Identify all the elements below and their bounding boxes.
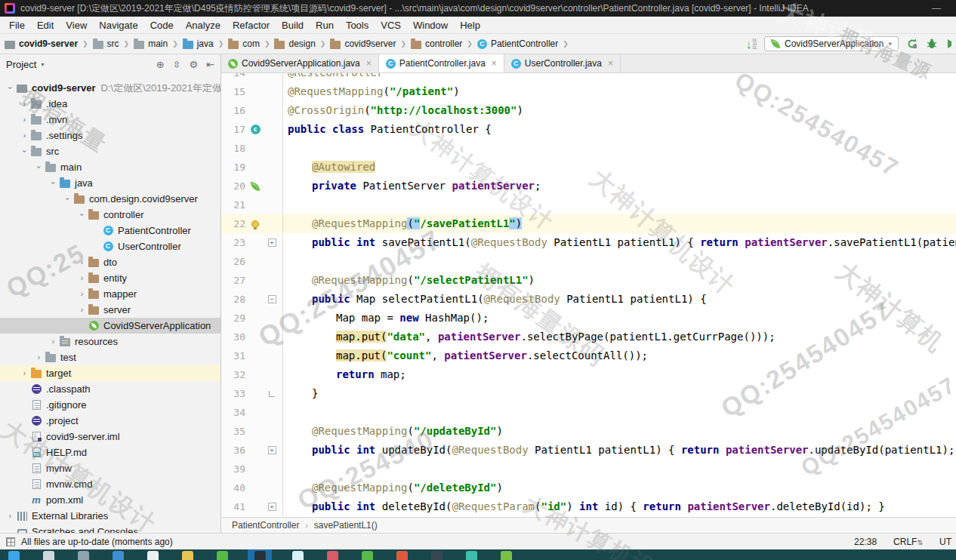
music-icon[interactable] bbox=[323, 549, 341, 560]
chevron-expanded-icon[interactable]: › bbox=[6, 82, 14, 94]
menu-tools[interactable]: Tools bbox=[340, 17, 375, 34]
menu-run[interactable]: Run bbox=[310, 17, 340, 34]
chevron-expanded-icon[interactable]: › bbox=[78, 209, 86, 220]
breadcrumb-item-java[interactable]: java bbox=[183, 38, 214, 49]
code-line[interactable]: 40@RequestMapping("/deleteById") bbox=[221, 478, 956, 497]
tree-item--settings[interactable]: ›.settings bbox=[0, 128, 220, 143]
code-line[interactable]: 21 bbox=[221, 195, 956, 214]
menu-file[interactable]: File bbox=[3, 17, 31, 34]
encoding-selector[interactable]: UT bbox=[939, 537, 951, 547]
line-number[interactable]: 29 bbox=[221, 309, 245, 328]
breadcrumb-item-com[interactable]: com bbox=[228, 38, 260, 49]
breadcrumb-item-main[interactable]: main bbox=[134, 38, 168, 49]
code-line[interactable]: 27@RequestMapping("/selectPatientL1") bbox=[221, 271, 956, 290]
breadcrumb-item-design[interactable]: design bbox=[274, 38, 315, 49]
chevron-collapsed-icon[interactable]: › bbox=[19, 369, 30, 377]
folder-icon[interactable] bbox=[178, 549, 196, 560]
chevron-expanded-icon[interactable]: › bbox=[49, 177, 57, 189]
intellij-icon[interactable] bbox=[248, 549, 272, 560]
chevron-expanded-icon[interactable]: › bbox=[20, 146, 29, 157]
code-line[interactable]: 22@RequestMapping("/savePatientL1") bbox=[221, 214, 956, 233]
code-line[interactable]: 19@Autowired bbox=[221, 158, 956, 177]
tab-patientcontroller-java[interactable]: CPatientController.java× bbox=[379, 54, 504, 72]
menu-view[interactable]: View bbox=[60, 17, 93, 34]
teal-app-icon[interactable] bbox=[462, 549, 480, 560]
project-panel-title[interactable]: Project bbox=[6, 59, 36, 70]
toolwindow-grid-icon[interactable] bbox=[6, 537, 15, 546]
spring-bean-gutter-icon[interactable] bbox=[251, 182, 260, 191]
line-number[interactable]: 17 bbox=[221, 120, 245, 139]
code-line[interactable]: 29Map map = new HashMap(); bbox=[221, 309, 956, 328]
code-line[interactable]: 18 bbox=[221, 139, 956, 158]
breadcrumb-item-covid9server[interactable]: covid9server bbox=[330, 38, 396, 49]
start-menu-icon[interactable] bbox=[5, 549, 23, 560]
line-number[interactable]: 22 bbox=[221, 214, 245, 233]
code-line[interactable]: 39 bbox=[221, 460, 956, 478]
line-number[interactable]: 30 bbox=[221, 328, 245, 346]
percent-app-icon[interactable] bbox=[497, 549, 515, 560]
tree-item-test[interactable]: ›test bbox=[0, 349, 220, 365]
wechat-icon[interactable] bbox=[213, 549, 231, 560]
menu-window[interactable]: Window bbox=[407, 17, 454, 34]
code-area[interactable]: 14@RestController15@RequestMapping("/pat… bbox=[221, 73, 956, 517]
tab-close-icon[interactable]: × bbox=[608, 58, 613, 69]
code-line[interactable]: 33} bbox=[221, 384, 956, 403]
line-number[interactable]: 40 bbox=[221, 478, 245, 497]
breadcrumb-item-PatientController[interactable]: CPatientController bbox=[477, 38, 558, 49]
tab-covid9serverapplication-java[interactable]: Covid9ServerApplication.java× bbox=[221, 54, 379, 72]
code-line[interactable]: 17cpublic class PatientController { bbox=[221, 120, 956, 139]
debug-button[interactable] bbox=[926, 38, 938, 50]
code-line[interactable]: 30map.put("data", patientServer.selectBy… bbox=[221, 328, 956, 346]
code-line[interactable]: 16@CrossOrigin("http://localhost:3000") bbox=[221, 101, 956, 120]
chevron-collapsed-icon[interactable]: › bbox=[76, 274, 88, 282]
chevron-collapsed-icon[interactable]: › bbox=[33, 353, 45, 362]
line-number[interactable]: 32 bbox=[221, 365, 245, 384]
breadcrumb-item-controller[interactable]: controller bbox=[411, 38, 462, 49]
tree-item-main[interactable]: ›main bbox=[0, 159, 220, 175]
green-app-icon[interactable] bbox=[358, 549, 376, 560]
tree-item-external-libraries[interactable]: ›External Libraries bbox=[0, 508, 220, 524]
terminal-icon[interactable] bbox=[427, 549, 446, 560]
line-number[interactable]: 28 bbox=[221, 290, 245, 309]
tree-item-resources[interactable]: ›resources bbox=[0, 334, 220, 349]
menu-edit[interactable]: Edit bbox=[31, 17, 60, 34]
tree-item-target[interactable]: ›target bbox=[0, 365, 220, 381]
chevron-collapsed-icon[interactable]: › bbox=[76, 258, 88, 266]
chevron-down-icon[interactable]: ▾ bbox=[41, 61, 44, 68]
browser-icon[interactable] bbox=[109, 549, 127, 560]
line-number[interactable]: 34 bbox=[221, 403, 245, 422]
fold-end-icon[interactable] bbox=[269, 391, 275, 397]
line-number[interactable]: 39 bbox=[221, 460, 245, 478]
menu-analyze[interactable]: Analyze bbox=[180, 17, 227, 34]
breadcrumb-item-covid9-server[interactable]: covid9-server bbox=[5, 38, 78, 49]
locate-icon[interactable]: ⊕ bbox=[156, 59, 165, 70]
tree-item-scratches-and-consoles[interactable]: Scratches and Consoles bbox=[0, 524, 220, 533]
tree-item-pom-xml[interactable]: mpom.xml bbox=[0, 492, 220, 508]
intention-bulb-icon[interactable] bbox=[251, 220, 259, 228]
line-number[interactable]: 20 bbox=[221, 177, 245, 195]
editor-breadcrumb-item[interactable]: savePatientL1() bbox=[314, 520, 378, 531]
notepad-icon[interactable] bbox=[288, 549, 307, 560]
code-line[interactable]: 35@RequestMapping("/updateById") bbox=[221, 422, 956, 441]
run-configuration-select[interactable]: Covid9ServerApplication ▾ bbox=[764, 36, 899, 51]
line-number[interactable]: 27 bbox=[221, 271, 245, 290]
code-line[interactable]: 32return map; bbox=[221, 365, 956, 384]
tree-item-entity[interactable]: ›entity bbox=[0, 270, 220, 286]
tree-item--classpath[interactable]: .classpath bbox=[0, 381, 220, 397]
minimize-button[interactable]: — bbox=[921, 3, 951, 14]
line-number[interactable]: 18 bbox=[221, 139, 245, 158]
fold-expand-icon[interactable]: + bbox=[268, 503, 276, 511]
line-number[interactable]: 16 bbox=[221, 101, 245, 120]
tab-close-icon[interactable]: × bbox=[492, 58, 497, 69]
fold-collapse-icon[interactable]: − bbox=[268, 295, 276, 303]
tree-item-usercontroller[interactable]: CUserController bbox=[0, 238, 220, 254]
line-number[interactable]: 23 bbox=[221, 233, 245, 252]
breadcrumb-item-src[interactable]: src bbox=[93, 38, 119, 49]
line-number[interactable]: 21 bbox=[221, 195, 245, 214]
line-number[interactable]: 19 bbox=[221, 158, 245, 177]
chevron-collapsed-icon[interactable]: › bbox=[76, 306, 88, 314]
tree-item-patientcontroller[interactable]: CPatientController bbox=[0, 223, 220, 238]
code-line[interactable]: 23+public int savePatientL1(@RequestBody… bbox=[221, 233, 956, 252]
qq-icon[interactable] bbox=[143, 549, 162, 560]
code-line[interactable]: 26 bbox=[221, 252, 956, 271]
